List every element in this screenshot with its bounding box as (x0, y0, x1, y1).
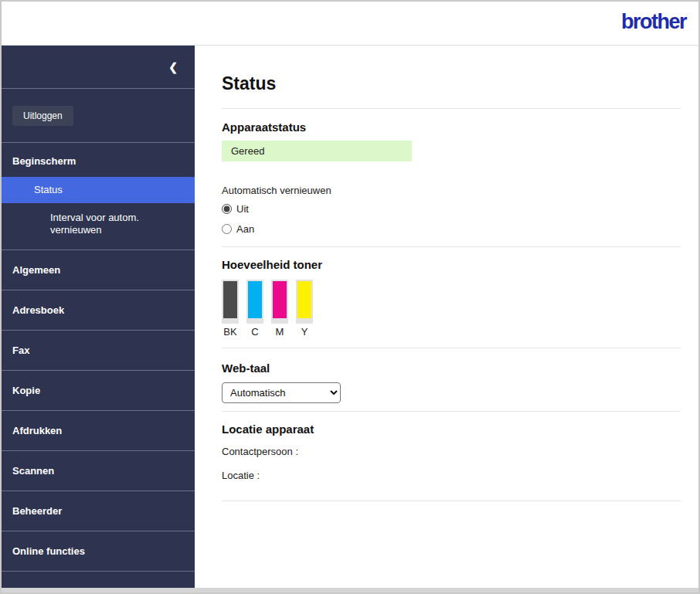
contact-person-label: Contactpersoon : (222, 446, 681, 457)
divider (222, 246, 681, 247)
toner-bar-cyan (248, 281, 262, 318)
toner-bar-yellow (297, 281, 311, 318)
radio-uit-label: Uit (236, 203, 249, 215)
toner-frame (222, 280, 239, 324)
brother-logo: brother (621, 12, 686, 36)
sidebar-item-online-functies[interactable]: Online functies (2, 531, 195, 572)
sidebar-top: ❮ (2, 46, 195, 89)
toner-gauge-bk: BK (222, 280, 239, 338)
toner-label-m: M (276, 326, 284, 338)
divider (222, 501, 681, 501)
sidebar-item-afdrukken[interactable]: Afdrukken (2, 411, 195, 451)
device-status-value: Gereed (222, 141, 412, 161)
device-location-heading: Locatie apparaat (222, 423, 681, 436)
logout-section: Uitloggen (2, 89, 195, 143)
horizontal-scrollbar[interactable] (2, 588, 698, 592)
sidebar-item-netwerk[interactable]: Netwerk (2, 572, 195, 589)
toner-label-y: Y (301, 326, 308, 338)
sidebar-item-algemeen[interactable]: Algemeen (2, 250, 195, 290)
toner-gauge-c: C (246, 280, 263, 338)
sidebar-menu: Algemeen Adresboek Fax Kopie Afdrukken S… (2, 249, 195, 589)
toner-label-c: C (251, 326, 258, 338)
sidebar: ❮ Uitloggen Beginscherm Status Interval … (2, 46, 195, 588)
divider (222, 108, 681, 109)
device-status-heading: Apparaatstatus (222, 120, 681, 134)
toner-frame (246, 280, 263, 324)
toner-label-bk: BK (223, 326, 236, 338)
auto-refresh-option-uit[interactable]: Uit (222, 202, 681, 216)
auto-refresh-label: Automatisch vernieuwen (222, 185, 681, 196)
sidebar-item-adresboek[interactable]: Adresboek (2, 290, 195, 331)
sidebar-item-kopie[interactable]: Kopie (2, 371, 195, 411)
auto-refresh-option-aan[interactable]: Aan (222, 222, 681, 236)
toner-heading: Hoeveelheid toner (222, 258, 681, 271)
toner-gauge-m: M (271, 280, 288, 338)
sidebar-collapse-icon[interactable]: ❮ (168, 61, 178, 73)
sidebar-item-beginscherm[interactable]: Beginscherm (2, 143, 195, 177)
sidebar-item-beheerder[interactable]: Beheerder (2, 491, 195, 531)
web-language-select[interactable]: Automatisch (222, 382, 341, 403)
radio-uit[interactable] (222, 204, 232, 214)
divider (222, 411, 681, 412)
location-label: Locatie : (222, 470, 681, 481)
sidebar-item-fax[interactable]: Fax (2, 331, 195, 371)
top-header: brother (2, 2, 698, 46)
web-language-heading: Web-taal (222, 361, 681, 375)
toner-frame (296, 280, 313, 324)
sidebar-item-status[interactable]: Status (2, 177, 195, 203)
radio-aan-label: Aan (236, 223, 254, 235)
toner-frame (271, 280, 288, 324)
divider (222, 348, 681, 348)
radio-aan[interactable] (222, 224, 232, 234)
toner-bar-black (223, 281, 237, 318)
logout-button[interactable]: Uitloggen (12, 106, 73, 126)
sidebar-item-scannen[interactable]: Scannen (2, 451, 195, 491)
page-title: Status (222, 73, 681, 94)
toner-gauge-y: Y (296, 280, 313, 338)
browser-viewport: brother ❮ Uitloggen Beginscherm Status I… (0, 0, 700, 594)
main-content: Status Apparaatstatus Gereed Automatisch… (195, 46, 698, 588)
toner-bar-magenta (273, 281, 287, 318)
toner-gauges: BK C M Y (222, 280, 681, 338)
sidebar-item-interval[interactable]: Interval voor autom. vernieuwen (2, 203, 195, 249)
